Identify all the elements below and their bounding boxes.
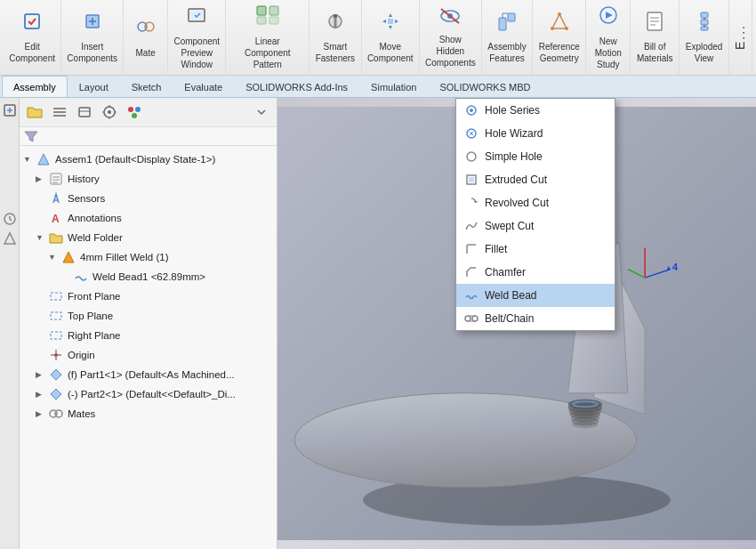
mate-button[interactable]: Mate: [124, 0, 168, 75]
tree-item-right-plane[interactable]: Right Plane: [20, 326, 277, 345]
menu-item-revolved-cut[interactable]: Revolved Cut: [456, 191, 615, 214]
linear-pattern-button[interactable]: Linear ComponentPattern: [226, 0, 310, 75]
svg-point-41: [128, 107, 133, 112]
tree-item-part1[interactable]: ▶ (f) Part1<1> (Default<As Machined...: [20, 365, 277, 384]
part2-icon: [48, 386, 64, 402]
svg-point-19: [565, 27, 568, 30]
menu-item-simple-hole[interactable]: Simple Hole: [456, 145, 615, 168]
panel-icon-list[interactable]: [48, 101, 71, 123]
smart-fasteners-button[interactable]: SmartFasteners: [310, 0, 361, 75]
menu-item-fillet[interactable]: Fillet: [456, 238, 615, 261]
menu-item-weld-bead[interactable]: Weld Bead: [456, 284, 615, 307]
tree-item-history[interactable]: ▶ History: [20, 169, 277, 189]
panel-icon-target[interactable]: [98, 101, 121, 123]
svg-rect-5: [190, 11, 203, 20]
svg-point-42: [135, 107, 141, 112]
svg-point-82: [467, 152, 476, 161]
panel-icon-settings[interactable]: [73, 101, 96, 123]
tree-item-origin[interactable]: Origin: [20, 345, 277, 365]
svg-point-80: [470, 109, 473, 112]
4mm-fillet-icon: [60, 249, 76, 265]
tab-assembly[interactable]: Assembly: [2, 76, 68, 97]
assembly-features-label: AssemblyFeatures: [487, 41, 526, 64]
panel-icon-appearance[interactable]: [123, 101, 146, 123]
tab-layout[interactable]: Layout: [68, 76, 120, 97]
new-motion-study-button[interactable]: NewMotionStudy: [586, 0, 631, 75]
tab-solidworks-addins[interactable]: SOLIDWORKS Add-Ins: [234, 76, 359, 97]
weld-bead-label: Weld Bead: [485, 289, 536, 302]
reference-geometry-button[interactable]: ReferenceGeometry: [533, 0, 586, 75]
part1-arrow: ▶: [36, 370, 48, 379]
svg-rect-11: [334, 14, 337, 18]
assembly-features-button[interactable]: AssemblyFeatures: [482, 0, 533, 75]
edit-component-button[interactable]: EditComponent: [4, 0, 61, 75]
svg-rect-26: [701, 20, 708, 25]
weld-bead1-icon: [73, 269, 89, 285]
right-plane-label: Right Plane: [68, 330, 120, 341]
tab-evaluate[interactable]: Evaluate: [173, 76, 234, 97]
bill-of-materials-icon: [644, 11, 665, 39]
tree-item-weld-bead1[interactable]: Weld Bead1 <62.89mm>: [20, 267, 277, 287]
exploded-view-label: ExplodedView: [686, 41, 723, 64]
tree-root[interactable]: ▼ Assem1 (Default<Display State-1>): [20, 149, 277, 169]
swept-cut-label: Swept Cut: [485, 220, 534, 232]
tab-simulation[interactable]: Simulation: [359, 76, 428, 97]
tab-mbd[interactable]: SOLIDWORKS MBD: [428, 76, 542, 97]
side-icon-bar: [0, 98, 20, 549]
side-icon-2[interactable]: [1, 210, 19, 228]
tree-item-part2[interactable]: ▶ (-) Part2<1> (Default<<Default>_Di...: [20, 384, 277, 404]
tree-item-top-plane[interactable]: Top Plane: [20, 306, 277, 326]
history-icon: [48, 171, 64, 187]
move-component-button[interactable]: MoveComponent: [362, 0, 420, 75]
bill-of-materials-button[interactable]: Bill ofMaterials: [631, 0, 680, 75]
svg-point-60: [55, 410, 62, 417]
side-icon-3[interactable]: [1, 230, 19, 247]
smart-fasteners-label: SmartFasteners: [316, 41, 355, 64]
top-plane-label: Top Plane: [68, 311, 113, 321]
weld-bead-icon: [463, 287, 479, 303]
simple-hole-icon: [463, 149, 479, 165]
more-icon: E...: [732, 24, 748, 50]
insert-components-button[interactable]: InsertComponents: [61, 0, 124, 75]
tree-item-front-plane[interactable]: Front Plane: [20, 287, 277, 306]
exploded-view-button[interactable]: ExplodedView: [680, 0, 729, 75]
move-component-icon: [380, 11, 401, 39]
svg-marker-58: [51, 389, 61, 400]
edit-component-label: EditComponent: [9, 41, 55, 64]
weld-bead1-label: Weld Bead1 <62.89mm>: [92, 271, 205, 282]
svg-rect-6: [257, 6, 266, 15]
more-button[interactable]: E...: [729, 0, 752, 75]
svg-point-85: [465, 316, 470, 321]
menu-item-swept-cut[interactable]: Swept Cut: [456, 214, 615, 238]
show-hidden-button[interactable]: ShowHiddenComponents: [420, 0, 482, 75]
tree-item-weld-folder[interactable]: ▼ Weld Folder: [20, 228, 277, 247]
tree-item-mates[interactable]: ▶ Mates: [20, 404, 277, 424]
menu-item-hole-series[interactable]: Hole Series: [456, 99, 615, 122]
tree-item-sensors[interactable]: Sensors: [20, 189, 277, 208]
origin-label: Origin: [68, 350, 95, 360]
component-preview-button[interactable]: ComponentPreviewWindow: [168, 0, 226, 75]
filter-icon[interactable]: [23, 129, 39, 143]
feature-tree-panel: ▼ Assem1 (Default<Display State-1>) ▶ Hi…: [20, 98, 277, 549]
panel-icon-expand[interactable]: [250, 101, 273, 123]
panel-icon-folder[interactable]: [23, 101, 46, 123]
tab-sketch[interactable]: Sketch: [120, 76, 173, 97]
svg-point-36: [108, 110, 111, 114]
new-motion-study-label: NewMotionStudy: [595, 36, 622, 70]
history-label: History: [68, 174, 100, 184]
part1-label: (f) Part1<1> (Default<As Machined...: [68, 369, 235, 380]
linear-pattern-icon: [255, 4, 280, 33]
tree-item-4mm-fillet[interactable]: ▼ 4mm Fillet Weld (1): [20, 247, 277, 267]
svg-rect-27: [701, 27, 708, 30]
svg-rect-9: [269, 17, 278, 24]
part2-arrow: ▶: [36, 390, 48, 399]
menu-item-chamfer[interactable]: Chamfer: [456, 261, 615, 284]
menu-item-hole-wizard[interactable]: Hole Wizard: [456, 122, 615, 145]
origin-icon: [48, 347, 64, 363]
side-icon-1[interactable]: [1, 101, 19, 119]
tree-item-annotations[interactable]: A Annotations: [20, 208, 277, 228]
3d-viewport[interactable]: 4 Hole Series Hole Wizard: [277, 98, 756, 549]
svg-point-72: [572, 422, 598, 429]
menu-item-belt-chain[interactable]: Belt/Chain: [456, 307, 615, 330]
menu-item-extruded-cut[interactable]: Extruded Cut: [456, 168, 615, 191]
